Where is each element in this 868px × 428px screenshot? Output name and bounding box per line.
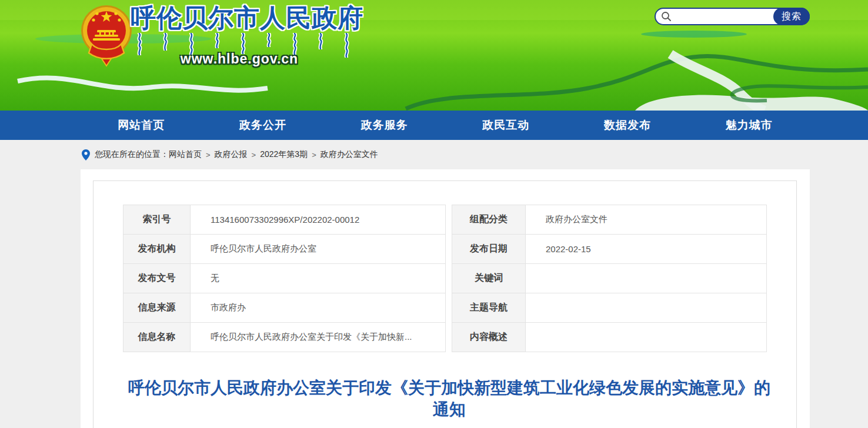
meta-value: 1134160073302996XP/202202-00012 [191,205,446,235]
search-button[interactable]: 搜索 [773,8,810,25]
nav-item-data-release[interactable]: 数据发布 [567,111,689,140]
table-row: 主题导航 [452,293,766,323]
nav-item-gov-services[interactable]: 政务服务 [323,111,445,140]
meta-label: 索引号 [123,205,191,235]
site-url: www.hlbe.gov.cn [131,51,348,67]
meta-value [525,264,766,293]
breadcrumb-separator: > [252,151,256,159]
meta-label: 组配分类 [452,205,525,235]
table-row: 信息来源 市政府办 [123,293,446,323]
table-row: 发布日期 2022-02-15 [452,235,766,264]
meta-label: 信息名称 [123,323,191,352]
main-navigation: 网站首页 政务公开 政务服务 政民互动 数据发布 魅力城市 [0,111,868,140]
header-banner: 呼伦贝尔市人民政府 www.hlbe.gov.cn 搜索 [0,0,868,111]
meta-value: 呼伦贝尔市人民政府办公室关于印发《关于加快新... [191,323,446,352]
breadcrumb-link-category[interactable]: 政府办公室文件 [321,149,378,160]
nav-item-interaction[interactable]: 政民互动 [445,111,567,140]
meta-value: 2022-02-15 [525,235,766,264]
table-row: 组配分类 政府办公室文件 [452,205,766,235]
search-icon [661,11,672,22]
meta-label: 发布日期 [452,235,525,264]
meta-label: 主题导航 [452,293,525,323]
document-meta-table: 索引号 1134160073302996XP/202202-00012 发布机构… [123,205,767,352]
meta-value: 政府办公室文件 [525,205,766,235]
breadcrumb-link-gazette[interactable]: 政府公报 [215,149,248,160]
meta-label: 信息来源 [123,293,191,323]
meta-value: 市政府办 [191,293,446,323]
meta-label: 关键词 [452,264,525,293]
table-row: 发布文号 无 [123,264,446,293]
document-panel: 索引号 1134160073302996XP/202202-00012 发布机构… [93,180,797,428]
meta-table-right: 组配分类 政府办公室文件 发布日期 2022-02-15 关键词 主题导航 内容… [452,205,767,352]
national-emblem-icon [80,4,133,67]
nav-item-home[interactable]: 网站首页 [81,111,202,140]
breadcrumb-separator: > [206,151,211,159]
breadcrumb-separator: > [312,151,316,159]
table-row: 发布机构 呼伦贝尔市人民政府办公室 [123,235,446,264]
nav-item-city-charm[interactable]: 魅力城市 [688,111,810,140]
mongolian-glyph-icon [265,33,273,47]
article-title: 呼伦贝尔市人民政府办公室关于印发《关于加快新型建筑工业化绿色发展的实施意见》的通… [123,377,776,420]
breadcrumb-link-issue[interactable]: 2022年第3期 [260,149,308,160]
meta-value [525,293,766,323]
content-card: 索引号 1134160073302996XP/202202-00012 发布机构… [81,169,810,428]
mongolian-glyph-icon [213,33,221,48]
meta-value: 无 [191,264,446,293]
search-input[interactable] [675,10,763,23]
meta-table-left: 索引号 1134160073302996XP/202202-00012 发布机构… [123,205,446,352]
table-row: 内容概述 [452,323,766,352]
table-row: 信息名称 呼伦贝尔市人民政府办公室关于印发《关于加快新... [123,323,446,352]
site-title: 呼伦贝尔市人民政府 [131,1,363,35]
breadcrumb-prefix: 您现在所在的位置： [95,149,169,160]
nav-item-gov-info[interactable]: 政务公开 [202,111,324,140]
meta-label: 内容概述 [452,323,525,352]
meta-value [525,323,766,352]
meta-label: 发布文号 [123,264,191,293]
meta-label: 发布机构 [123,235,191,264]
breadcrumb-link-home[interactable]: 网站首页 [169,149,202,160]
table-row: 索引号 1134160073302996XP/202202-00012 [123,205,446,235]
meta-value: 呼伦贝尔市人民政府办公室 [191,235,446,264]
mongolian-glyph-icon [161,33,169,51]
breadcrumb: 您现在所在的位置： 网站首页 > 政府公报 > 2022年第3期 > 政府办公室… [0,140,868,169]
location-pin-icon [82,149,90,160]
table-row: 关键词 [452,264,766,293]
search-bar: 搜索 [655,8,810,25]
mongolian-glyph-icon [316,33,325,49]
